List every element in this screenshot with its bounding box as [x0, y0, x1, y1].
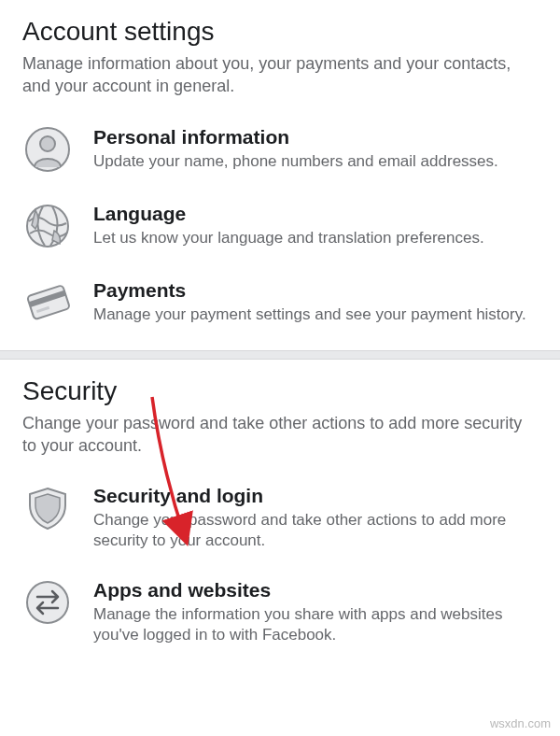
section-divider — [0, 350, 560, 360]
section-title: Security — [22, 376, 538, 406]
section-subtitle: Change your password and take other acti… — [22, 412, 538, 458]
svg-point-1 — [40, 136, 55, 151]
item-title: Payments — [93, 279, 538, 302]
item-text: Personal information Update your name, p… — [93, 124, 538, 172]
section-title: Account settings — [22, 17, 538, 47]
watermark: wsxdn.com — [490, 716, 551, 730]
item-payments[interactable]: Payments Manage your payment settings an… — [22, 264, 538, 341]
item-personal-information[interactable]: Personal information Update your name, p… — [22, 111, 538, 188]
item-desc: Let us know your language and translatio… — [93, 228, 538, 248]
item-title: Personal information — [93, 126, 538, 149]
section-account-settings: Account settings Manage information abou… — [0, 0, 560, 350]
person-icon — [22, 124, 73, 175]
swap-arrows-icon — [22, 577, 73, 628]
item-language[interactable]: Language Let us know your language and t… — [22, 188, 538, 264]
item-desc: Update your name, phone numbers and emai… — [93, 151, 538, 172]
item-text: Payments Manage your payment settings an… — [93, 277, 538, 325]
item-desc: Manage your payment settings and see you… — [93, 304, 538, 325]
item-security-and-login[interactable]: Security and login Change your password … — [22, 470, 538, 564]
section-subtitle: Manage information about you, your payme… — [22, 52, 538, 98]
item-desc: Change your password and take other acti… — [93, 510, 538, 551]
item-desc: Manage the information you share with ap… — [93, 604, 538, 645]
item-title: Language — [93, 203, 538, 225]
globe-icon — [22, 201, 73, 251]
credit-card-icon — [22, 277, 73, 328]
item-text: Apps and websites Manage the information… — [93, 577, 538, 645]
item-text: Language Let us know your language and t… — [93, 201, 538, 248]
svg-point-6 — [27, 582, 68, 623]
item-apps-and-websites[interactable]: Apps and websites Manage the information… — [22, 564, 538, 658]
item-title: Apps and websites — [93, 579, 538, 602]
item-text: Security and login Change your password … — [93, 483, 538, 551]
section-security: Security Change your password and take o… — [0, 360, 560, 669]
shield-icon — [22, 483, 73, 533]
item-title: Security and login — [93, 485, 538, 507]
